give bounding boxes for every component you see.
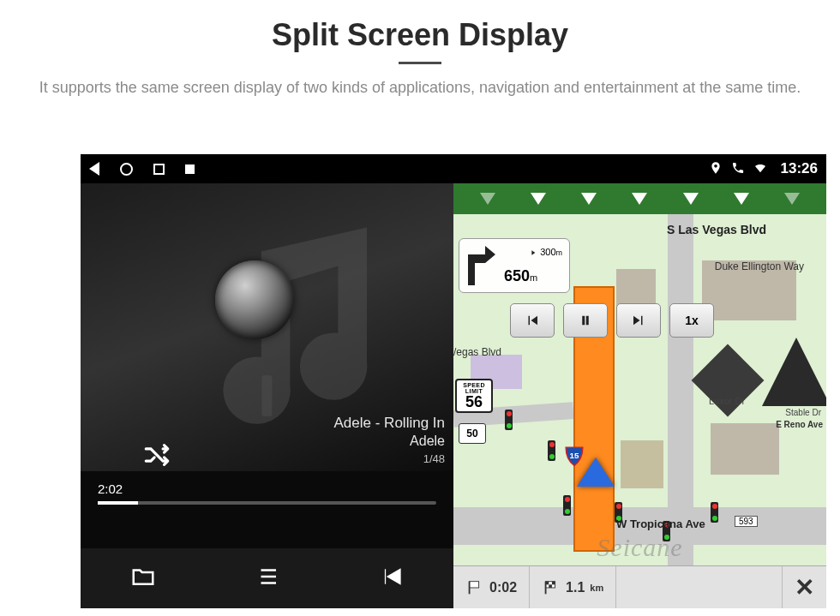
device-screen: 13:26 Adele - Rolling In Adele 1/48 2:02 xyxy=(81,154,826,608)
phone-icon xyxy=(731,161,745,177)
eta-time-value: 0:02 xyxy=(489,580,517,595)
street-label: E Reno Ave xyxy=(776,420,823,429)
wifi-icon xyxy=(753,161,767,177)
turn-left-icon xyxy=(465,244,499,287)
svg-rect-4 xyxy=(552,581,555,584)
lane-arrow-icon xyxy=(581,193,597,205)
watermark: Seicane xyxy=(597,533,682,562)
lane-arrow-icon xyxy=(784,193,800,205)
split-handle[interactable] xyxy=(264,375,269,416)
sim-prev-button[interactable] xyxy=(510,303,555,338)
elapsed-time: 2:02 xyxy=(98,481,436,496)
simulation-controls: 1x xyxy=(510,303,714,338)
sim-speed-button[interactable]: 1x xyxy=(669,303,714,338)
next-turn-distance: 300 xyxy=(540,247,555,257)
lane-arrow-icon xyxy=(734,193,749,205)
close-button[interactable]: ✕ xyxy=(782,566,826,608)
svg-rect-1 xyxy=(470,581,479,587)
recent-apps-icon[interactable] xyxy=(153,164,165,175)
home-icon[interactable] xyxy=(120,163,133,176)
building-pyramid xyxy=(762,338,826,406)
building xyxy=(711,423,779,475)
lane-arrow-icon xyxy=(683,193,699,205)
sim-pause-button[interactable] xyxy=(563,303,608,338)
traffic-light-icon xyxy=(711,502,718,523)
street-label: W Tropicana Ave xyxy=(616,517,705,530)
eta-distance-value: 1.1 xyxy=(566,580,585,595)
lane-guidance-bar xyxy=(453,183,826,214)
track-title: Adele - Rolling In xyxy=(334,415,445,432)
building xyxy=(621,440,663,488)
eta-distance[interactable]: 1.1 km xyxy=(530,566,616,608)
eta-time[interactable]: 0:02 xyxy=(453,566,530,608)
traffic-light-icon xyxy=(505,410,513,430)
highway-badge: 50 xyxy=(459,423,486,444)
exit-number: 593 xyxy=(735,516,758,527)
flag-start-icon xyxy=(465,578,484,597)
street-label: Duke Ellington Way xyxy=(715,260,804,272)
title-underline xyxy=(399,62,441,64)
traffic-light-icon xyxy=(548,440,555,461)
street-label: /egas Blvd xyxy=(453,346,501,358)
turn-instruction[interactable]: 300m 650m xyxy=(459,238,570,293)
speed-limit-sign: SPEED LIMIT 56 xyxy=(455,379,493,413)
speed-limit-label: SPEED LIMIT xyxy=(457,382,491,394)
speed-limit-value: 56 xyxy=(457,394,491,410)
progress-area: 2:02 xyxy=(98,481,436,505)
lane-arrow-icon xyxy=(480,193,495,205)
street-label: Stable Dr xyxy=(785,408,821,417)
unit-label: m xyxy=(556,248,563,257)
screenshot-icon[interactable] xyxy=(185,164,195,174)
current-position-icon xyxy=(577,458,615,487)
music-pane: Adele - Rolling In Adele 1/48 2:02 xyxy=(81,183,453,608)
track-artist: Adele xyxy=(334,434,445,449)
lane-arrow-icon xyxy=(531,193,546,205)
street-label: S Las Vegas Blvd xyxy=(667,223,766,236)
street-label: Luxor Dr xyxy=(709,396,745,406)
play-button[interactable] xyxy=(215,260,294,339)
progress-bar[interactable] xyxy=(98,501,436,505)
shuffle-icon[interactable] xyxy=(142,440,171,473)
page-subtitle: It supports the same screen display of t… xyxy=(34,76,806,99)
track-index: 1/48 xyxy=(334,452,445,465)
previous-track-icon[interactable] xyxy=(379,564,405,593)
folder-icon[interactable] xyxy=(130,564,156,593)
location-icon xyxy=(709,161,723,177)
svg-rect-5 xyxy=(549,584,552,588)
status-clock: 13:26 xyxy=(781,160,818,177)
flag-finish-icon xyxy=(542,578,561,597)
unit-label: km xyxy=(590,583,603,593)
turn-right-small-icon xyxy=(524,246,537,260)
music-bottom-bar xyxy=(81,548,453,608)
navigation-pane: S Las Vegas Blvd Duke Ellington Way Luxo… xyxy=(453,183,826,608)
page-title: Split Screen Display xyxy=(34,17,806,53)
nav-bottom-bar: 0:02 1.1 km ✕ xyxy=(453,565,826,608)
unit-label: m xyxy=(530,272,537,283)
sim-next-button[interactable] xyxy=(616,303,661,338)
status-bar: 13:26 xyxy=(81,154,826,183)
lane-arrow-icon xyxy=(632,193,647,205)
main-turn-distance: 650 xyxy=(504,267,530,284)
playlist-icon[interactable] xyxy=(255,564,280,593)
back-icon[interactable] xyxy=(89,162,99,176)
traffic-light-icon xyxy=(563,495,571,516)
